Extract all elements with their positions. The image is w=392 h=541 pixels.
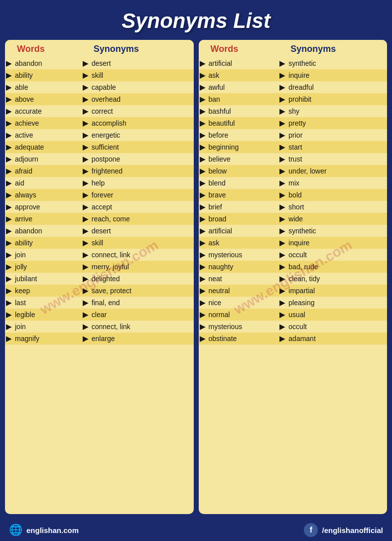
globe-icon: 🌐 bbox=[9, 524, 22, 537]
word-cell: neutral bbox=[208, 285, 279, 297]
word-cell: legible bbox=[14, 309, 82, 321]
word-cell: always bbox=[14, 189, 82, 201]
word-cell: neat bbox=[208, 273, 279, 285]
word-cell: beginning bbox=[208, 141, 279, 153]
synonym-cell: trust bbox=[287, 153, 387, 165]
footer-website: 🌐 englishan.com bbox=[9, 524, 79, 537]
arrow-icon: ▶ bbox=[5, 165, 14, 177]
arrow-icon: ▶ bbox=[82, 129, 91, 141]
arrow-icon: ▶ bbox=[199, 141, 208, 153]
facebook-icon: f bbox=[304, 523, 318, 537]
synonym-cell: forever bbox=[91, 189, 194, 201]
arrow-icon: ▶ bbox=[5, 153, 14, 165]
word-cell: normal bbox=[208, 309, 279, 321]
arrow-icon: ▶ bbox=[278, 153, 287, 165]
word-cell: jubilant bbox=[14, 273, 82, 285]
table-row: ▶ join ▶ connect, link bbox=[5, 321, 194, 333]
arrow-icon: ▶ bbox=[5, 57, 14, 69]
table-row: ▶ join ▶ connect, link bbox=[5, 249, 194, 261]
arrow-icon: ▶ bbox=[82, 189, 91, 201]
word-cell: join bbox=[14, 249, 82, 261]
synonym-cell: accomplish bbox=[91, 117, 194, 129]
arrow-icon: ▶ bbox=[5, 213, 14, 225]
word-cell: magnify bbox=[14, 333, 82, 345]
arrow-icon: ▶ bbox=[199, 129, 208, 141]
word-cell: ask bbox=[208, 237, 279, 249]
table-row: ▶ aid ▶ help bbox=[5, 177, 194, 189]
arrow-icon: ▶ bbox=[82, 69, 91, 81]
arrow-icon: ▶ bbox=[278, 141, 287, 153]
synonym-cell: help bbox=[91, 177, 194, 189]
table-row: ▶ before ▶ prior bbox=[199, 129, 388, 141]
arrow-icon: ▶ bbox=[5, 201, 14, 213]
arrow-icon: ▶ bbox=[82, 225, 91, 237]
table-row: ▶ ask ▶ inquire bbox=[199, 237, 388, 249]
synonym-cell: save, protect bbox=[91, 285, 194, 297]
arrow-icon: ▶ bbox=[278, 333, 287, 345]
arrow-icon: ▶ bbox=[5, 69, 14, 81]
arrow-icon: ▶ bbox=[278, 237, 287, 249]
word-cell: able bbox=[14, 81, 82, 93]
synonym-cell: sufficient bbox=[91, 141, 194, 153]
table-row: ▶ always ▶ forever bbox=[5, 189, 194, 201]
word-cell: join bbox=[14, 321, 82, 333]
main-title: Synonyms List bbox=[0, 0, 392, 40]
synonym-cell: start bbox=[287, 141, 387, 153]
synonym-cell: connect, link bbox=[91, 249, 194, 261]
table-row: ▶ artificial ▶ synthetic bbox=[199, 57, 388, 69]
arrow-icon: ▶ bbox=[278, 129, 287, 141]
table-row: ▶ beginning ▶ start bbox=[199, 141, 388, 153]
arrow-icon: ▶ bbox=[278, 117, 287, 129]
arrow-icon: ▶ bbox=[82, 141, 91, 153]
arrow-icon: ▶ bbox=[199, 105, 208, 117]
table-row: ▶ accurate ▶ correct bbox=[5, 105, 194, 117]
arrow-icon: ▶ bbox=[199, 117, 208, 129]
word-cell: afraid bbox=[14, 165, 82, 177]
arrow-icon: ▶ bbox=[82, 321, 91, 333]
synonym-cell: reach, come bbox=[91, 213, 194, 225]
synonym-cell: connect, link bbox=[91, 321, 194, 333]
word-cell: brief bbox=[208, 201, 279, 213]
table-row: ▶ believe ▶ trust bbox=[199, 153, 388, 165]
table-row: ▶ obstinate ▶ adamant bbox=[199, 333, 388, 345]
table-row: ▶ ask ▶ inquire bbox=[199, 69, 388, 81]
table-row: ▶ nice ▶ pleasing bbox=[199, 297, 388, 309]
arrow-icon: ▶ bbox=[82, 165, 91, 177]
arrow-icon: ▶ bbox=[5, 297, 14, 309]
arrow-icon: ▶ bbox=[199, 213, 208, 225]
arrow-icon: ▶ bbox=[5, 105, 14, 117]
arrow-icon: ▶ bbox=[278, 321, 287, 333]
table-row: ▶ neutral ▶ impartial bbox=[199, 285, 388, 297]
arrow-icon: ▶ bbox=[199, 261, 208, 273]
table-row: ▶ jubilant ▶ delighted bbox=[5, 273, 194, 285]
footer: 🌐 englishan.com f /englishanofficial bbox=[0, 519, 392, 541]
arrow-icon: ▶ bbox=[199, 153, 208, 165]
arrow-icon: ▶ bbox=[199, 249, 208, 261]
arrow-icon: ▶ bbox=[278, 225, 287, 237]
arrow-icon: ▶ bbox=[199, 285, 208, 297]
word-cell: before bbox=[208, 129, 279, 141]
synonym-cell: prohibit bbox=[287, 93, 387, 105]
word-cell: abandon bbox=[14, 225, 82, 237]
table-row: ▶ broad ▶ wide bbox=[199, 213, 388, 225]
arrow-icon: ▶ bbox=[199, 333, 208, 345]
synonym-cell: occult bbox=[287, 249, 387, 261]
synonym-cell: accept bbox=[91, 201, 194, 213]
arrow-icon: ▶ bbox=[278, 105, 287, 117]
arrow-icon: ▶ bbox=[82, 261, 91, 273]
arrow-icon: ▶ bbox=[5, 93, 14, 105]
table-row: ▶ ability ▶ skill bbox=[5, 237, 194, 249]
word-cell: active bbox=[14, 129, 82, 141]
synonym-cell: synthetic bbox=[287, 225, 387, 237]
synonym-cell: synthetic bbox=[287, 57, 387, 69]
arrow-icon: ▶ bbox=[199, 201, 208, 213]
word-cell: adequate bbox=[14, 141, 82, 153]
synonym-cell: pleasing bbox=[287, 297, 387, 309]
arrow-icon: ▶ bbox=[82, 93, 91, 105]
arrow-icon: ▶ bbox=[82, 177, 91, 189]
arrow-icon: ▶ bbox=[5, 249, 14, 261]
arrow-icon: ▶ bbox=[5, 81, 14, 93]
arrow-icon: ▶ bbox=[199, 225, 208, 237]
word-cell: ask bbox=[208, 69, 279, 81]
synonym-cell: mix bbox=[287, 177, 387, 189]
